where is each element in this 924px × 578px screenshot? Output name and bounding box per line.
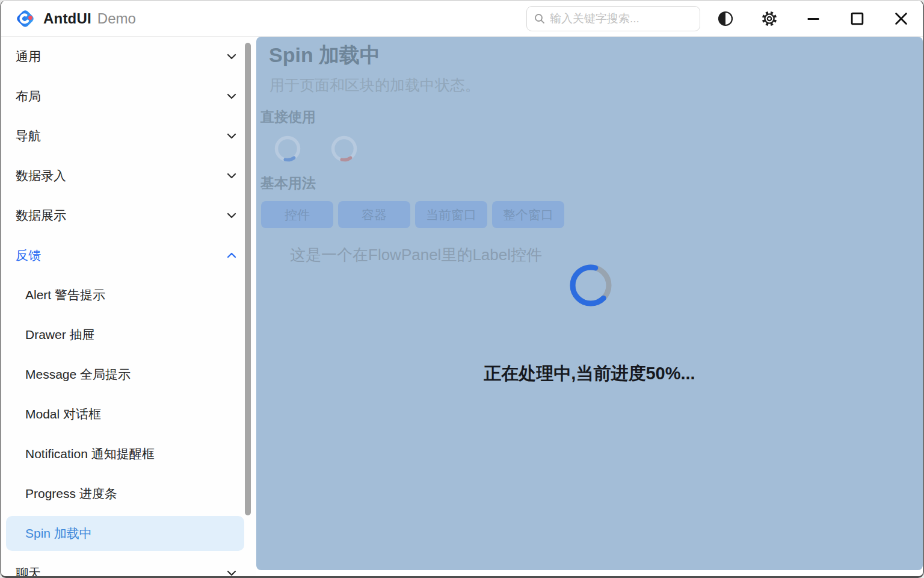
sidebar: 通用 布局 导航 数据录入 数据展示 反馈 — [1, 37, 256, 576]
sidebar-item-alert[interactable]: Alert 警告提示 — [1, 275, 256, 315]
theme-toggle-button[interactable] — [717, 10, 734, 27]
spin-control-button[interactable]: 控件 — [261, 201, 333, 228]
section-title-basic-usage: 基本用法 — [260, 174, 316, 193]
spin-demo-buttons: 控件 容器 当前窗口 整个窗口 — [261, 201, 564, 228]
sidebar-item-progress[interactable]: Progress 进度条 — [1, 474, 256, 514]
close-icon — [893, 10, 910, 28]
minimize-button[interactable] — [805, 10, 822, 27]
sidebar-item-message[interactable]: Message 全局提示 — [1, 355, 256, 394]
flowpanel-label: 这是一个在FlowPanel里的Label控件 — [290, 244, 542, 266]
section-title-direct-use: 直接使用 — [260, 108, 316, 126]
spin-whole-window-button[interactable]: 整个窗口 — [492, 201, 564, 228]
sidebar-item-data-display[interactable]: 数据展示 — [1, 196, 256, 235]
search-icon — [534, 13, 545, 24]
page-description: 用于页面和区块的加载中状态。 — [270, 75, 480, 95]
settings-button[interactable] — [761, 10, 778, 27]
sidebar-item-common[interactable]: 通用 — [1, 37, 256, 76]
app-name: AntdUI — [43, 10, 91, 27]
sidebar-item-feedback[interactable]: 反馈 — [1, 235, 256, 275]
contrast-icon — [717, 10, 734, 27]
page-title: Spin 加载中 — [269, 42, 380, 69]
search-input[interactable] — [550, 12, 692, 25]
spin-progress-message: 正在处理中,当前进度50%... — [256, 362, 923, 386]
sidebar-item-notification[interactable]: Notification 通知提醒框 — [1, 434, 256, 474]
chevron-up-icon — [225, 249, 238, 262]
spin-container-button[interactable]: 容器 — [338, 201, 410, 228]
chevron-down-icon — [225, 209, 238, 222]
maximize-button[interactable] — [849, 10, 866, 27]
chevron-down-icon — [225, 567, 238, 576]
app-subtitle: Demo — [97, 10, 136, 27]
sidebar-item-chat[interactable]: 聊天 — [1, 553, 256, 576]
chevron-down-icon — [225, 90, 238, 103]
sidebar-scrollbar-thumb[interactable] — [245, 43, 251, 515]
spin-progress-ring-icon — [568, 263, 614, 308]
chevron-down-icon — [225, 50, 238, 63]
maximize-icon — [849, 10, 866, 28]
gear-icon — [761, 10, 778, 27]
antdui-logo-icon — [14, 8, 36, 30]
chevron-down-icon — [225, 169, 238, 182]
spin-current-window-button[interactable]: 当前窗口 — [415, 201, 487, 228]
sidebar-item-modal[interactable]: Modal 对话框 — [1, 394, 256, 434]
small-spinner-blue-icon — [274, 135, 301, 162]
chevron-down-icon — [225, 129, 238, 143]
minimize-icon — [805, 10, 822, 28]
window-controls — [717, 10, 910, 27]
sidebar-item-layout[interactable]: 布局 — [1, 76, 256, 116]
sidebar-item-data-entry[interactable]: 数据录入 — [1, 156, 256, 196]
sidebar-item-navigation[interactable]: 导航 — [1, 116, 256, 156]
main-content: Spin 加载中 用于页面和区块的加载中状态。 直接使用 基本用法 — [256, 37, 923, 576]
sidebar-item-spin[interactable]: Spin 加载中 — [1, 514, 256, 553]
spin-loading-mask: Spin 加载中 用于页面和区块的加载中状态。 直接使用 基本用法 — [256, 37, 923, 570]
search-box[interactable] — [526, 6, 700, 31]
close-button[interactable] — [893, 10, 910, 27]
small-spinner-red-icon — [331, 135, 357, 162]
sidebar-item-drawer[interactable]: Drawer 抽屉 — [1, 315, 256, 355]
title-bar: AntdUI Demo — [1, 1, 923, 37]
app-window: AntdUI Demo — [0, 0, 924, 578]
